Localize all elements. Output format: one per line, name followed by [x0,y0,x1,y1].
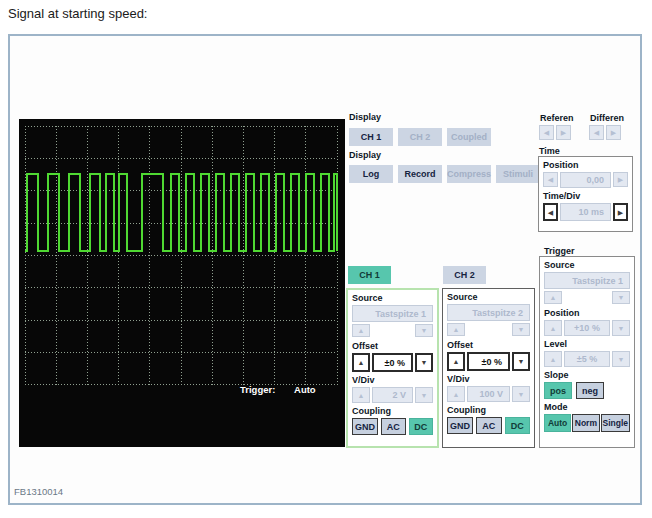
ch1-coupling-dc-button[interactable]: DC [409,418,434,435]
ch1-vdiv-field[interactable]: 2 V [372,387,413,403]
trigger-slope-label: Slope [544,370,630,380]
ch2-vdiv-up-button[interactable]: ▲ [447,386,465,402]
trigger-label: Trigger [544,246,575,256]
ch1-vdiv-label: V/Div [352,375,433,385]
ch2-source-label: Source [447,292,530,302]
differen-label: Differen [590,113,624,123]
ch2-panel: Source Tastspitze 2 ▲ ▼ Offset ▲ ±0 % ▼ … [442,288,535,448]
trigger-source-down-button[interactable]: ▼ [612,291,630,304]
trigger-status: Trigger: Auto [240,384,316,395]
page-title: Signal at starting speed: [8,6,147,21]
trigger-level-field[interactable]: ±5 % [564,351,610,367]
ch1-tab[interactable]: CH 1 [348,266,391,284]
ch2-vdiv-field[interactable]: 100 V [467,386,510,402]
waveform-canvas [19,119,345,447]
time-div-increment-button[interactable]: ▶ [613,203,628,221]
ch2-source-field[interactable]: Tastspitze 2 [447,304,530,321]
ch1-offset-up-button[interactable]: ▲ [352,353,370,372]
display-mode-row: Log Record Compress Stimuli [349,165,540,183]
referen-label: Referen [540,113,574,123]
trigger-position-up-button[interactable]: ▲ [544,320,562,336]
ch1-offset-down-button[interactable]: ▼ [415,353,433,372]
ch1-source-field[interactable]: Tastspitze 1 [352,305,433,322]
ch1-source-up-button[interactable]: ▲ [352,324,370,337]
page: Signal at starting speed: Trigger: Auto … [0,0,652,518]
ch2-coupling-dc-button[interactable]: DC [505,417,531,434]
trigger-level-down-button[interactable]: ▼ [612,351,630,367]
trigger-status-label: Trigger: [240,384,275,395]
time-panel: Position ◀ 0,00 ▶ Time/Div ◀ 10 ms ▶ [538,156,633,232]
differen-prev-button[interactable]: ◀ [589,125,604,140]
figure-id: FB1310014 [14,486,63,497]
trigger-source-field[interactable]: Tastspitze 1 [544,272,630,289]
differen-arrows: ◀ ▶ [589,125,621,140]
display-channels-row: CH 1 CH 2 Coupled [349,128,491,146]
time-position-increment-button[interactable]: ▶ [613,172,628,187]
ch2-offset-up-button[interactable]: ▲ [447,352,465,371]
referen-prev-button[interactable]: ◀ [539,125,554,140]
referen-arrows: ◀ ▶ [539,125,571,140]
ch2-vdiv-down-button[interactable]: ▼ [512,386,530,402]
oscilloscope-display: Trigger: Auto [19,119,345,447]
referen-next-button[interactable]: ▶ [556,125,571,140]
display-ch2-button[interactable]: CH 2 [398,128,442,146]
trigger-source-label: Source [544,260,630,270]
ch1-coupling-ac-button[interactable]: AC [381,418,406,435]
ch1-panel: Source Tastspitze 1 ▲ ▼ Offset ▲ ±0 % ▼ … [346,288,439,448]
ch2-coupling-label: Coupling [447,405,530,415]
trigger-mode-single-button[interactable]: Single [601,414,631,432]
trigger-slope-pos-button[interactable]: pos [544,382,572,399]
trigger-source-up-button[interactable]: ▲ [544,291,562,304]
ch1-offset-label: Offset [352,341,433,351]
ch1-coupling-gnd-button[interactable]: GND [352,418,378,435]
trigger-status-value: Auto [294,384,316,395]
time-label: Time [539,146,560,156]
trigger-mode-label: Mode [544,402,630,412]
ch2-coupling-ac-button[interactable]: AC [476,417,502,434]
trigger-mode-norm-button[interactable]: Norm [572,414,599,432]
ch2-vdiv-label: V/Div [447,374,530,384]
ch1-source-down-button[interactable]: ▼ [415,324,433,337]
ch2-source-down-button[interactable]: ▼ [512,323,530,336]
ch1-vdiv-up-button[interactable]: ▲ [352,387,370,403]
display-log-button[interactable]: Log [349,165,393,183]
display-record-button[interactable]: Record [398,165,442,183]
ch2-coupling-gnd-button[interactable]: GND [447,417,473,434]
trigger-panel: Source Tastspitze 1 ▲ ▼ Position ▲ +10 %… [539,256,635,448]
ch1-offset-field[interactable]: ±0 % [372,353,413,372]
trigger-position-down-button[interactable]: ▼ [612,320,630,336]
trigger-position-field[interactable]: +10 % [564,320,610,336]
display-coupled-button[interactable]: Coupled [447,128,491,146]
display-channels-label: Display [349,112,381,122]
time-div-label: Time/Div [543,191,628,201]
display-mode-label: Display [349,150,381,160]
content-frame: Trigger: Auto Display CH 1 CH 2 Coupled … [8,34,642,505]
ch1-source-spinners: ▲ ▼ [352,324,433,337]
ch2-offset-field[interactable]: ±0 % [467,352,510,371]
ch2-offset-label: Offset [447,340,530,350]
ch2-source-spinners: ▲ ▼ [447,323,530,336]
trigger-mode-auto-button[interactable]: Auto [544,414,571,432]
display-stimuli-button[interactable]: Stimuli [496,165,540,183]
time-position-field[interactable]: 0,00 [560,172,611,188]
trigger-level-label: Level [544,339,630,349]
ch2-offset-down-button[interactable]: ▼ [512,352,530,371]
ch1-source-label: Source [352,293,433,303]
display-ch1-button[interactable]: CH 1 [349,128,393,146]
time-div-decrement-button[interactable]: ◀ [543,203,558,221]
trigger-level-up-button[interactable]: ▲ [544,351,562,367]
ch1-vdiv-down-button[interactable]: ▼ [415,387,433,403]
display-compress-button[interactable]: Compress [447,165,491,183]
time-div-field[interactable]: 10 ms [560,203,611,221]
time-position-label: Position [543,160,628,170]
trigger-position-label: Position [544,308,630,318]
ch2-source-up-button[interactable]: ▲ [447,323,465,336]
differen-next-button[interactable]: ▶ [606,125,621,140]
ch1-coupling-label: Coupling [352,406,433,416]
trigger-source-spinners: ▲ ▼ [544,291,630,304]
ch2-tab[interactable]: CH 2 [443,266,486,284]
time-position-decrement-button[interactable]: ◀ [543,172,558,187]
trigger-slope-neg-button[interactable]: neg [576,382,604,399]
